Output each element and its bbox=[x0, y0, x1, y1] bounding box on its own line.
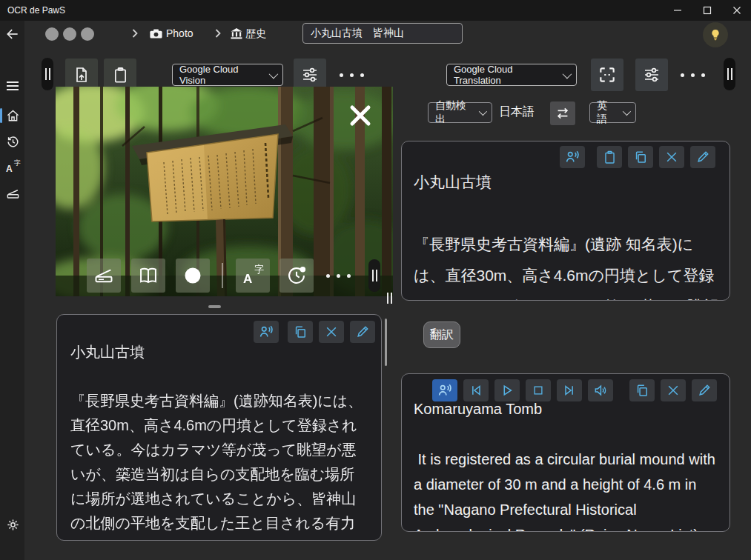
translation-engine-dropdown[interactable]: Google Cloud Translation bbox=[446, 64, 577, 86]
translate-button-label: 翻訳 bbox=[430, 327, 454, 343]
window-title: OCR de PawS bbox=[7, 5, 65, 16]
translation-result-text[interactable]: Komaruyama Tomb It is registered as a ci… bbox=[414, 396, 719, 532]
translation-source-panel[interactable]: 小丸山古墳 『長野県史考古資料編』(遺跡 知名表)には、直径30m、高さ4.6m… bbox=[401, 141, 730, 301]
fit-screen-icon bbox=[598, 65, 617, 84]
swap-languages-button[interactable] bbox=[550, 101, 575, 125]
skip-to-start-icon bbox=[469, 383, 483, 398]
ocr-engine-dropdown[interactable]: Google Cloud Vision bbox=[172, 64, 283, 86]
close-icon bbox=[664, 150, 679, 164]
sliders-icon bbox=[643, 66, 661, 84]
expand-view-button[interactable] bbox=[591, 59, 623, 91]
target-language-value: 英語 bbox=[597, 99, 617, 126]
copy-button[interactable] bbox=[628, 146, 653, 168]
camera-icon bbox=[150, 29, 162, 39]
settings-button[interactable] bbox=[4, 516, 21, 533]
vertical-splitter[interactable] bbox=[387, 293, 392, 304]
ocr-more-button[interactable] bbox=[340, 73, 364, 77]
gear-icon bbox=[6, 518, 20, 532]
translation-engine-value: Google Cloud Translation bbox=[454, 64, 557, 86]
close-icon bbox=[324, 324, 339, 339]
source-language-dropdown[interactable]: 自動検出 bbox=[428, 102, 492, 123]
ocr-result-panel[interactable]: 小丸山古墳 『長野県史考古資料編』(遺跡知名表)には、直径30m、高さ4.6mの… bbox=[56, 314, 382, 541]
copy-icon bbox=[633, 150, 648, 164]
chevron-down-icon bbox=[269, 69, 279, 79]
chevron-down-icon bbox=[563, 69, 572, 79]
history-clock-icon bbox=[6, 135, 20, 149]
menu-button[interactable] bbox=[4, 77, 21, 95]
scan-button[interactable] bbox=[87, 259, 121, 293]
open-book-icon bbox=[138, 265, 159, 286]
left-pane-grip[interactable] bbox=[42, 58, 53, 90]
breadcrumb-chevron-1 bbox=[130, 28, 139, 39]
read-aloud-button[interactable] bbox=[560, 146, 585, 168]
scanner-icon bbox=[6, 187, 20, 201]
rescan-history-button[interactable] bbox=[279, 259, 314, 293]
file-import-icon bbox=[73, 66, 90, 84]
scanner-icon bbox=[93, 265, 114, 286]
toolbar-divider bbox=[222, 263, 223, 288]
copy-icon bbox=[635, 383, 649, 398]
hamburger-icon bbox=[6, 81, 19, 91]
home-icon bbox=[6, 109, 20, 123]
sidebar-item-scan[interactable] bbox=[4, 184, 21, 202]
active-item-indicator bbox=[0, 108, 2, 123]
source-language-value: 自動検出 bbox=[435, 99, 473, 126]
nav-dot-1[interactable] bbox=[45, 27, 59, 41]
ocr-result-text[interactable]: 小丸山古墳 『長野県史考古資料編』(遺跡知名表)には、直径30m、高さ4.6mの… bbox=[70, 340, 369, 541]
clock-redo-icon bbox=[286, 265, 307, 286]
sidebar-item-history[interactable] bbox=[4, 133, 21, 150]
nav-dot-3[interactable] bbox=[81, 27, 94, 41]
ocr-run-button[interactable]: A字 bbox=[236, 259, 270, 293]
sidebar-item-translate[interactable]: A字 bbox=[4, 159, 21, 176]
text-recognition-icon: A字 bbox=[243, 266, 262, 285]
person-speak-icon bbox=[258, 324, 274, 340]
breadcrumb-chevron-2 bbox=[214, 28, 222, 39]
chevron-down-icon bbox=[479, 107, 487, 116]
record-circle-icon bbox=[182, 265, 203, 286]
breadcrumb-history[interactable]: 歴史 bbox=[245, 27, 266, 41]
photo-more-button[interactable] bbox=[326, 274, 351, 278]
sidebar-item-home[interactable] bbox=[4, 107, 21, 124]
detected-language-label: 日本語 bbox=[499, 104, 535, 120]
stop-icon bbox=[532, 384, 545, 397]
close-photo-button[interactable] bbox=[345, 101, 375, 130]
swap-arrows-icon bbox=[555, 105, 571, 121]
translation-more-button[interactable] bbox=[681, 73, 705, 77]
sliders-icon bbox=[301, 66, 319, 84]
maximize-button[interactable] bbox=[694, 0, 721, 21]
back-button[interactable] bbox=[4, 25, 21, 43]
translate-icon: A字 bbox=[6, 161, 19, 174]
hint-button[interactable] bbox=[703, 22, 728, 47]
edit-button[interactable] bbox=[690, 146, 715, 168]
breadcrumb-photo[interactable]: Photo bbox=[166, 27, 193, 39]
translate-button[interactable]: 翻訳 bbox=[423, 321, 460, 348]
paste-button[interactable] bbox=[597, 146, 622, 168]
photo-toolbar-grip[interactable] bbox=[368, 259, 380, 292]
clear-button[interactable] bbox=[659, 146, 684, 168]
translation-options-button[interactable] bbox=[635, 59, 668, 91]
pencil-icon bbox=[697, 383, 712, 398]
skip-to-end-icon bbox=[562, 383, 577, 398]
book-mode-button[interactable] bbox=[131, 259, 165, 293]
back-arrow-icon bbox=[5, 27, 20, 41]
pane-resize-handle[interactable] bbox=[208, 305, 221, 308]
capture-button[interactable] bbox=[176, 259, 210, 293]
translation-result-panel[interactable]: Komaruyama Tomb It is registered as a ci… bbox=[401, 373, 730, 532]
pencil-icon bbox=[695, 150, 710, 164]
translation-source-text[interactable]: 小丸山古墳 『長野県史考古資料編』(遺跡 知名表)には、直径30m、高さ4.6m… bbox=[414, 167, 719, 301]
person-speak-icon bbox=[564, 149, 580, 165]
target-language-dropdown[interactable]: 英語 bbox=[589, 102, 636, 123]
query-input[interactable] bbox=[302, 23, 463, 44]
right-pane-grip[interactable] bbox=[724, 58, 735, 90]
speaker-icon bbox=[593, 383, 608, 398]
pencil-icon bbox=[355, 324, 370, 339]
lightbulb-icon bbox=[709, 28, 722, 41]
clipboard-icon bbox=[603, 150, 617, 164]
nav-dot-2[interactable] bbox=[63, 27, 76, 41]
copy-icon bbox=[293, 324, 308, 339]
ocr-engine-value: Google Cloud Vision bbox=[179, 64, 263, 86]
museum-icon bbox=[231, 28, 242, 39]
close-window-button[interactable] bbox=[724, 0, 750, 21]
minimize-button[interactable] bbox=[664, 0, 691, 21]
scrollbar-thumb[interactable] bbox=[385, 319, 387, 366]
